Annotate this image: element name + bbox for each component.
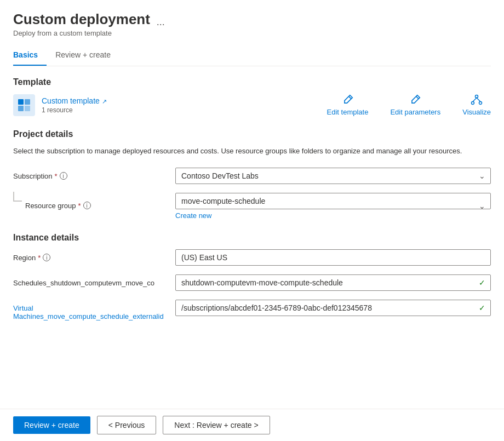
edit-template-button[interactable]: Edit template <box>327 94 369 116</box>
create-new-link[interactable]: Create new <box>175 211 491 220</box>
template-actions: Edit template Edit parameters <box>327 94 491 116</box>
region-row: Region * i <box>13 249 491 266</box>
instance-details-title: Instance details <box>13 233 491 243</box>
svg-point-5 <box>472 102 474 105</box>
resource-group-select[interactable]: move-compute-schedule <box>175 193 491 209</box>
page-title: Custom deployment <box>13 11 150 28</box>
visualize-button[interactable]: Visualize <box>462 94 491 116</box>
region-control <box>175 249 491 266</box>
svg-line-8 <box>477 98 480 102</box>
template-name-link[interactable]: Custom template ↗ <box>42 96 107 105</box>
resource-group-required: * <box>78 202 81 210</box>
schedules-shutdown-control: shutdown-computevm-move-compute-schedule… <box>175 274 491 291</box>
visualize-icon <box>471 94 483 106</box>
next-button[interactable]: Next : Review + create > <box>163 416 270 434</box>
resource-group-label: Resource group * i <box>25 197 91 210</box>
subscription-required: * <box>55 172 58 180</box>
virtual-machines-row: Virtual Machines_move_compute_schedule_e… <box>13 300 491 320</box>
edit-parameters-button[interactable]: Edit parameters <box>390 94 440 116</box>
virtual-machines-label: Virtual Machines_move_compute_schedule_e… <box>13 300 167 320</box>
svg-rect-0 <box>18 99 24 105</box>
resource-group-row: Resource group * i move-compute-schedule… <box>13 193 491 220</box>
region-label: Region * i <box>13 249 167 262</box>
virtual-machines-control: /subscriptions/abcdef01-2345-6789-0abc-d… <box>175 300 491 316</box>
svg-rect-1 <box>25 99 30 105</box>
resource-group-indent <box>13 192 22 202</box>
edit-parameters-icon <box>409 94 421 106</box>
template-icon <box>13 94 35 116</box>
subscription-row: Subscription * i Contoso DevTest Labs ⌄ <box>13 168 491 184</box>
region-info-icon[interactable]: i <box>43 254 50 261</box>
project-details-title: Project details <box>13 129 491 139</box>
region-input[interactable] <box>175 249 491 266</box>
schedules-shutdown-select[interactable]: shutdown-computevm-move-compute-schedule <box>175 274 491 291</box>
visualize-label: Visualize <box>462 108 491 116</box>
page-subtitle: Deploy from a custom template <box>13 29 491 37</box>
template-section-title: Template <box>13 77 491 87</box>
project-details-section: Project details Select the subscription … <box>13 129 491 220</box>
tab-review-create[interactable]: Review + create <box>55 46 119 66</box>
virtual-machines-select[interactable]: /subscriptions/abcdef01-2345-6789-0abc-d… <box>175 300 491 316</box>
schedules-shutdown-row: Schedules_shutdown_computevm_move_co shu… <box>13 274 491 291</box>
schedules-shutdown-label: Schedules_shutdown_computevm_move_co <box>13 274 167 287</box>
edit-template-icon <box>342 94 354 106</box>
tab-basics[interactable]: Basics <box>13 46 47 66</box>
svg-line-7 <box>473 98 477 102</box>
review-create-button[interactable]: Review + create <box>13 416 90 434</box>
region-required: * <box>38 254 41 262</box>
subscription-select[interactable]: Contoso DevTest Labs <box>175 168 491 184</box>
resource-group-label-wrapper: Resource group * i <box>13 193 167 210</box>
resource-group-info-icon[interactable]: i <box>83 202 91 209</box>
edit-template-label: Edit template <box>327 108 369 116</box>
edit-parameters-label: Edit parameters <box>390 108 440 116</box>
svg-rect-2 <box>18 106 24 111</box>
footer-bar: Review + create < Previous Next : Review… <box>0 409 504 441</box>
previous-button[interactable]: < Previous <box>97 416 157 434</box>
svg-rect-3 <box>25 106 30 111</box>
project-details-desc: Select the subscription to manage deploy… <box>13 146 491 157</box>
instance-details-section: Instance details Region * i Schedules_sh… <box>13 233 491 320</box>
subscription-info-icon[interactable]: i <box>60 172 67 180</box>
ellipsis-menu[interactable]: ... <box>157 16 165 27</box>
template-row: Custom template ↗ 1 resource Edit templa… <box>13 94 491 116</box>
svg-point-4 <box>476 95 478 98</box>
template-info: Custom template ↗ 1 resource <box>13 94 107 116</box>
external-link-icon: ↗ <box>102 98 107 105</box>
template-section: Template Custom template ↗ 1 resource <box>13 77 491 116</box>
page-header: Custom deployment ... Deploy from a cust… <box>13 11 491 37</box>
tab-bar: Basics Review + create <box>13 46 491 66</box>
template-resource-count: 1 resource <box>42 106 107 114</box>
svg-point-6 <box>479 102 482 105</box>
subscription-label: Subscription * i <box>13 168 167 180</box>
resource-group-control: move-compute-schedule ⌄ Create new <box>175 193 491 220</box>
subscription-control: Contoso DevTest Labs ⌄ <box>175 168 491 184</box>
